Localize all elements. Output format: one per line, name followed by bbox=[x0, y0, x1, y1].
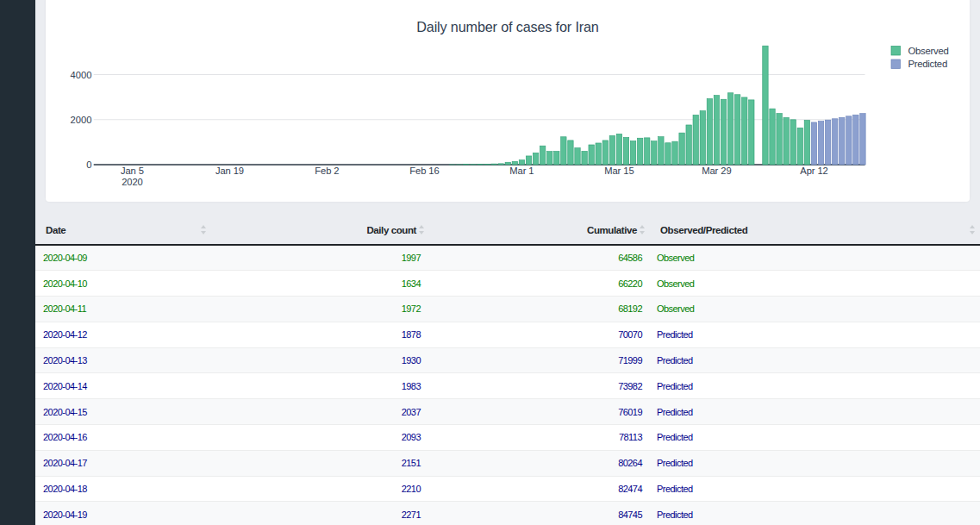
svg-text:Jan 5: Jan 5 bbox=[121, 166, 144, 176]
svg-text:0: 0 bbox=[86, 159, 91, 170]
svg-text:Observed: Observed bbox=[908, 46, 949, 56]
svg-text:Daily number of cases for Iran: Daily number of cases for Iran bbox=[416, 19, 598, 34]
svg-text:Mar 29: Mar 29 bbox=[702, 166, 731, 176]
svg-text:Jan 19: Jan 19 bbox=[215, 166, 244, 176]
svg-text:Mar 1: Mar 1 bbox=[509, 166, 534, 176]
svg-text:Feb 16: Feb 16 bbox=[409, 166, 439, 176]
svg-text:2020: 2020 bbox=[122, 177, 143, 187]
svg-text:2000: 2000 bbox=[71, 115, 92, 125]
svg-text:Feb 2: Feb 2 bbox=[315, 166, 339, 176]
svg-text:Predicted: Predicted bbox=[908, 59, 947, 69]
svg-text:Mar 15: Mar 15 bbox=[604, 166, 634, 176]
svg-text:Apr 12: Apr 12 bbox=[800, 166, 827, 176]
svg-text:4000: 4000 bbox=[71, 70, 92, 80]
